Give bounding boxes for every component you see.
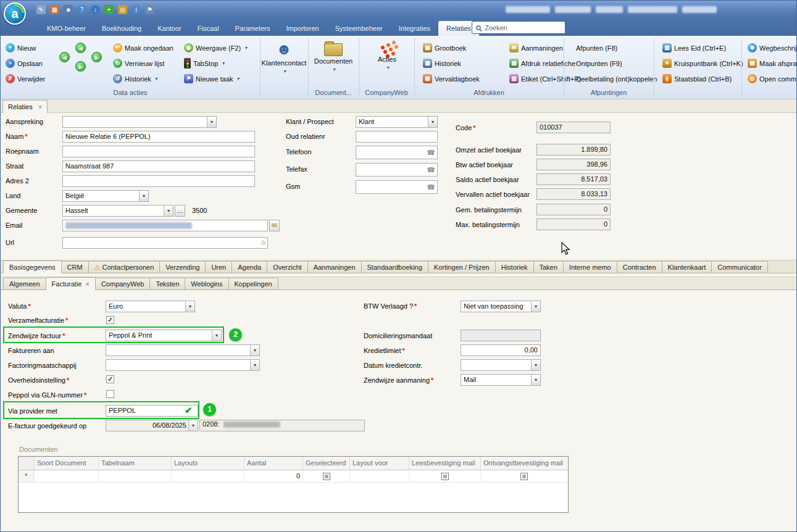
header-leesbevestiging[interactable]: Leesbevestiging mail (409, 457, 481, 470)
tab-communicator[interactable]: Communicator (712, 261, 768, 273)
ontvangstbevestiging-checkbox[interactable] (520, 473, 528, 480)
acties-button[interactable]: Acties ▾ (364, 38, 411, 88)
table-row[interactable]: * 0 (19, 470, 568, 483)
grootboek-button[interactable]: ▤ Grootboek (420, 41, 469, 54)
nav-first-button[interactable]: ◀ (59, 52, 70, 62)
chevron-down-icon[interactable]: ▾ (531, 301, 540, 312)
document-tab-relaties[interactable]: Relaties × (2, 100, 48, 113)
weergave-dropdown-button[interactable]: ◉ Weergave (F2) ▾ (182, 41, 249, 54)
tab-weblogins[interactable]: Weblogins (185, 278, 228, 290)
close-icon[interactable]: × (38, 103, 42, 110)
aanmaningen-print-button[interactable]: ✉ Aanmaningen (507, 41, 565, 54)
email-field[interactable] (62, 220, 268, 231)
leesbevestiging-checkbox[interactable] (441, 473, 449, 480)
tab-historiek[interactable]: Historiek (496, 261, 534, 273)
naam-field[interactable]: Nieuwe Relatie 6 (PEPPOL) (62, 131, 255, 143)
add-icon[interactable]: + (104, 5, 114, 14)
verzamelfacturatie-checkbox[interactable]: ✓ (106, 316, 114, 324)
historiek-print-button[interactable]: ▤ Historiek (420, 57, 464, 70)
ribbon-tab-systeembeheer[interactable]: Systeembeheer (327, 21, 391, 36)
edit-icon[interactable]: ✎ (36, 5, 46, 14)
chevron-down-icon[interactable]: ▾ (531, 375, 540, 385)
search-input[interactable]: Zoeken (472, 21, 565, 34)
chevron-down-icon[interactable]: ▾ (207, 117, 216, 127)
land-dropdown[interactable]: België ▾ (62, 190, 149, 202)
cell-aantal[interactable]: 0 (244, 470, 303, 482)
afdruk-relatiefiche-button[interactable]: ▤ Afdruk relatiefiche (507, 57, 578, 70)
wegbeschrijving-button[interactable]: ⊕ Wegbeschrijv... (745, 41, 797, 54)
opslaan-button[interactable]: ▪ Opslaan (3, 57, 45, 70)
tab-basisgegevens[interactable]: Basisgegevens (3, 260, 62, 273)
staatsblad-button[interactable]: § Staatsblad (Ctrl+B) (660, 72, 734, 85)
tab-facturatie[interactable]: Facturatie× (46, 277, 96, 290)
download-icon[interactable]: ↓ (91, 5, 100, 14)
tab-aanmaningen[interactable]: Aanmaningen (308, 261, 362, 273)
header-layout-voor[interactable]: Layout voor (350, 457, 409, 470)
tab-teksten[interactable]: Teksten (150, 278, 185, 290)
tab-klantenkaart[interactable]: Klantenkaart (662, 261, 712, 273)
nav-last-button[interactable]: ▶ (75, 61, 86, 72)
klantencontact-button[interactable]: ☻ Klantencontact ▾ (262, 38, 306, 88)
zendwijze-aanmaning-dropdown[interactable]: Mail ▾ (461, 374, 541, 386)
chevron-down-icon[interactable]: ▾ (250, 360, 259, 370)
tab-standaardboeking[interactable]: Standaardboeking (362, 261, 428, 273)
ribbon-tab-kmo-beheer[interactable]: KMO-beheer (39, 21, 94, 36)
close-icon[interactable]: × (85, 280, 89, 288)
gemeente-dropdown[interactable]: Hasselt ▾ (62, 205, 173, 217)
tab-contactpersonen[interactable]: ⚠Contactpersonen (89, 261, 161, 273)
chevron-down-icon[interactable]: ▾ (164, 206, 173, 216)
chevron-down-icon[interactable]: ▾ (139, 191, 148, 201)
afpunten-button[interactable]: Afpunten (F8) (574, 41, 620, 54)
deelbetaling-button[interactable]: Deelbetaling (ont)koppelen (574, 72, 659, 85)
roepnaam-field[interactable] (62, 146, 255, 157)
kruispuntbank-button[interactable]: ✦ Kruispuntbank (Ctrl+K) (660, 57, 746, 70)
header-layouts[interactable]: Layouts (172, 457, 244, 470)
btw-verlaagd-dropdown[interactable]: Niet van toepassing ▾ (461, 301, 541, 312)
nieuw-button[interactable]: + Nieuw (3, 41, 39, 54)
apps-icon[interactable]: ▦ (50, 5, 59, 14)
adres2-field[interactable] (62, 175, 255, 187)
ribbon-tab-boekhouding[interactable]: Boekhouding (94, 21, 149, 36)
oud-relatienr-field[interactable] (356, 131, 438, 143)
header-geselecteerd[interactable]: Geselecteerd (303, 457, 350, 470)
header-aantal[interactable]: Aantal (244, 457, 303, 470)
open-communicator-button[interactable]: ◎ Open commun... (745, 72, 797, 85)
valuta-dropdown[interactable]: Euro ▾ (106, 301, 195, 312)
header-tabelnaam[interactable]: Tabelnaam (99, 457, 172, 470)
bell-icon[interactable]: ◎ (118, 5, 127, 14)
cell-layout-voor[interactable] (350, 470, 409, 482)
calculator-icon[interactable]: ■ (64, 5, 73, 14)
ribbon-tab-importeren[interactable]: Importeren (278, 21, 327, 36)
klant-prospect-dropdown[interactable]: Klant ▾ (356, 116, 438, 128)
nav-next-button[interactable]: ▶ (91, 52, 102, 62)
chevron-down-icon[interactable]: ▾ (250, 345, 259, 355)
chevron-down-icon[interactable]: ▾ (185, 301, 194, 312)
header-ontvangstbevestiging[interactable]: Ontvangstbevestiging mail (481, 457, 567, 470)
flag-icon[interactable]: ⚑ (145, 5, 154, 14)
tab-contracten[interactable]: Contracten (617, 261, 662, 273)
cell-tabelnaam[interactable] (99, 470, 172, 482)
historiek-dropdown-button[interactable]: ↺ Historiek ▾ (111, 72, 160, 85)
peppol-gln-checkbox[interactable] (106, 390, 114, 398)
vernieuw-lijst-button[interactable]: ↻ Vernieuw lijst (111, 57, 167, 70)
email-send-button[interactable]: ✉ (269, 220, 280, 231)
ribbon-tab-fiscaal[interactable]: Fiscaal (190, 21, 227, 36)
tab-companyweb[interactable]: CompanyWeb (96, 278, 151, 290)
tab-uren[interactable]: Uren (206, 261, 232, 273)
telefoon-field[interactable]: ☎ (356, 146, 438, 159)
info-icon[interactable]: i (131, 5, 141, 14)
nav-previous-button[interactable]: ◀ (75, 43, 86, 53)
tab-crm[interactable]: CRM (62, 261, 89, 273)
chevron-down-icon[interactable]: ▾ (188, 420, 198, 431)
chevron-down-icon[interactable]: ▾ (428, 117, 437, 127)
tab-taken[interactable]: Taken (534, 261, 564, 273)
tab-koppelingen[interactable]: Koppelingen (229, 278, 278, 290)
ribbon-tab-kantoor[interactable]: Kantoor (149, 21, 190, 36)
geselecteerd-checkbox[interactable] (323, 473, 330, 480)
overheidsinstelling-checkbox[interactable]: ✓ (106, 375, 114, 383)
gsm-field[interactable]: ☎ (356, 180, 438, 194)
help-icon[interactable]: ? (77, 5, 86, 14)
tab-agenda[interactable]: Agenda (232, 261, 267, 273)
maak-afspraak-button[interactable]: ▦ Maak afspraa... (745, 57, 797, 70)
zendwijze-factuur-dropdown[interactable]: Peppol & Print ▾ (106, 330, 222, 341)
